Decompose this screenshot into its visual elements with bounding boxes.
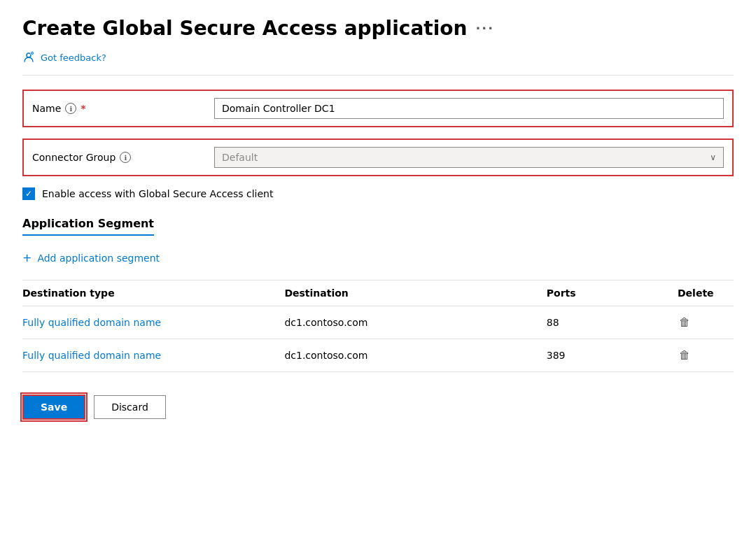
add-segment-label: Add application segment	[37, 253, 160, 264]
destination-type-link-1[interactable]: Fully qualified domain name	[22, 317, 284, 328]
destination-type-link-2[interactable]: Fully qualified domain name	[22, 350, 284, 361]
page-title: Create Global Secure Access application	[22, 17, 467, 40]
delete-cell-1: 🗑	[678, 315, 734, 330]
delete-button-1[interactable]: 🗑	[678, 315, 692, 330]
name-label: Name ℹ *	[32, 103, 214, 114]
add-application-segment-button[interactable]: + Add application segment	[22, 247, 160, 269]
delete-button-2[interactable]: 🗑	[678, 348, 692, 363]
col-header-destination: Destination	[284, 287, 546, 299]
name-info-icon[interactable]: ℹ	[65, 103, 76, 114]
enable-access-label: Enable access with Global Secure Access …	[42, 188, 273, 199]
save-button[interactable]: Save	[22, 395, 85, 420]
destination-value-1: dc1.contoso.com	[284, 317, 546, 328]
connector-group-field-row: Connector Group ℹ Default ∨	[22, 138, 734, 176]
col-header-ports: Ports	[547, 287, 678, 299]
table-row: Fully qualified domain name dc1.contoso.…	[22, 339, 734, 372]
destination-value-2: dc1.contoso.com	[284, 350, 546, 361]
name-input[interactable]	[214, 98, 724, 119]
connector-group-select-wrapper: Default ∨	[214, 147, 724, 168]
feedback-link[interactable]: Got feedback?	[22, 51, 734, 76]
application-segment-title: Application Segment	[22, 217, 154, 236]
more-options-icon[interactable]: ···	[475, 21, 494, 36]
footer-buttons: Save Discard	[22, 395, 734, 420]
segments-table: Destination type Destination Ports Delet…	[22, 280, 734, 372]
ports-value-2: 389	[547, 350, 678, 361]
application-segment-section: Application Segment	[22, 217, 734, 247]
delete-cell-2: 🗑	[678, 348, 734, 363]
feedback-person-icon	[22, 51, 35, 64]
checkmark-icon: ✓	[25, 189, 32, 199]
trash-icon-1: 🗑	[679, 316, 690, 329]
col-header-destination-type: Destination type	[22, 287, 284, 299]
col-header-delete: Delete	[678, 287, 734, 299]
feedback-label: Got feedback?	[41, 52, 106, 63]
table-row: Fully qualified domain name dc1.contoso.…	[22, 306, 734, 339]
plus-icon: +	[22, 251, 31, 264]
connector-group-label: Connector Group ℹ	[32, 152, 214, 163]
discard-button[interactable]: Discard	[94, 395, 166, 419]
connector-group-info-icon[interactable]: ℹ	[120, 152, 131, 163]
enable-access-row: ✓ Enable access with Global Secure Acces…	[22, 187, 734, 200]
enable-access-checkbox[interactable]: ✓	[22, 187, 35, 200]
svg-point-0	[27, 53, 31, 57]
name-field-row: Name ℹ *	[22, 90, 734, 127]
table-header-row: Destination type Destination Ports Delet…	[22, 280, 734, 306]
trash-icon-2: 🗑	[679, 349, 690, 362]
name-required-indicator: *	[80, 103, 85, 114]
connector-group-select[interactable]: Default	[215, 148, 723, 167]
ports-value-1: 88	[547, 317, 678, 328]
